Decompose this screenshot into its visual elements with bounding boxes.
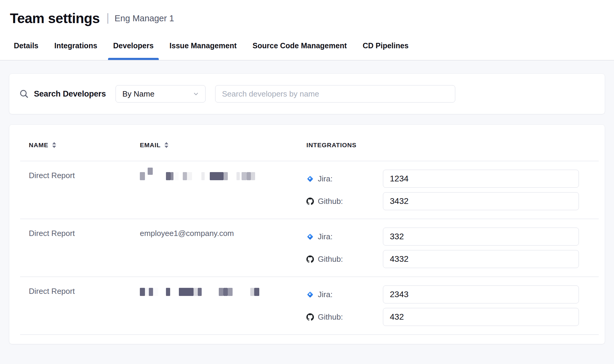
column-label-integrations: INTEGRATIONS xyxy=(306,142,357,149)
jira-label-group: Jira: xyxy=(306,174,383,183)
jira-label: Jira: xyxy=(318,174,333,183)
jira-icon xyxy=(306,291,314,298)
developer-email xyxy=(140,170,306,210)
github-integration-row: Github: xyxy=(306,308,605,326)
developer-name: Direct Report xyxy=(29,170,140,210)
jira-label: Jira: xyxy=(318,290,333,299)
table-row: Direct Report employee1@company.com Jira… xyxy=(9,219,605,276)
column-header-email: EMAIL xyxy=(140,142,306,149)
sort-arrows-icon xyxy=(52,142,56,148)
redacted-email xyxy=(140,287,306,297)
chevron-down-icon xyxy=(193,91,199,97)
tab-developers[interactable]: Developers xyxy=(113,31,154,60)
jira-id-input[interactable] xyxy=(383,170,579,188)
title-row: Team settings | Eng Manager 1 xyxy=(0,0,614,31)
integrations-cell: Jira: Github: xyxy=(306,285,605,326)
team-name: Eng Manager 1 xyxy=(115,13,174,23)
redacted-email xyxy=(140,171,306,181)
developers-table: NAME EMAIL INTEGRATIONS xyxy=(9,124,605,344)
search-label: Search Developers xyxy=(34,89,106,99)
jira-id-input[interactable] xyxy=(383,285,579,303)
table-bottom-divider xyxy=(20,334,599,335)
search-icon xyxy=(19,89,29,99)
sort-name-button[interactable] xyxy=(52,142,56,148)
developer-name: Direct Report xyxy=(29,285,140,326)
tab-integrations[interactable]: Integrations xyxy=(54,31,97,60)
developer-email xyxy=(140,285,306,326)
github-label-group: Github: xyxy=(306,255,383,264)
github-id-input[interactable] xyxy=(383,192,579,210)
column-header-name: NAME xyxy=(29,142,140,149)
tab-bar: Details Integrations Developers Issue Ma… xyxy=(0,31,614,60)
tab-cd-pipelines[interactable]: CD Pipelines xyxy=(363,31,409,60)
column-label-name: NAME xyxy=(29,142,48,149)
title-separator: | xyxy=(106,11,109,24)
jira-integration-row: Jira: xyxy=(306,170,605,188)
github-icon xyxy=(306,198,314,205)
table-row: Direct Report Jira: xyxy=(9,161,605,219)
jira-label: Jira: xyxy=(318,232,333,241)
github-integration-row: Github: xyxy=(306,192,605,210)
github-label-group: Github: xyxy=(306,312,383,322)
integrations-cell: Jira: Github: xyxy=(306,228,605,268)
jira-integration-row: Jira: xyxy=(306,228,605,246)
developer-email: employee1@company.com xyxy=(140,228,306,268)
jira-id-input[interactable] xyxy=(383,228,579,246)
jira-label-group: Jira: xyxy=(306,232,383,241)
github-icon xyxy=(306,255,314,263)
github-integration-row: Github: xyxy=(306,250,605,268)
jira-icon xyxy=(306,233,314,240)
column-label-email: EMAIL xyxy=(140,142,161,149)
header: Team settings | Eng Manager 1 Details In… xyxy=(0,0,614,61)
jira-label-group: Jira: xyxy=(306,290,383,299)
search-type-select[interactable]: By Name xyxy=(116,85,206,103)
page-title: Team settings xyxy=(10,10,100,26)
github-label-group: Github: xyxy=(306,197,383,206)
github-id-input[interactable] xyxy=(383,308,579,326)
main-content: Search Developers By Name NAME xyxy=(0,61,614,344)
github-icon xyxy=(306,313,314,321)
sort-arrows-icon xyxy=(164,142,169,148)
column-header-integrations: INTEGRATIONS xyxy=(306,142,605,149)
search-type-value: By Name xyxy=(122,89,155,99)
tab-source-code-management[interactable]: Source Code Management xyxy=(253,31,347,60)
developer-name: Direct Report xyxy=(29,228,140,268)
github-label: Github: xyxy=(318,312,343,322)
github-id-input[interactable] xyxy=(383,250,579,268)
table-row: Direct Report Jira: xyxy=(9,277,605,334)
tab-issue-management[interactable]: Issue Management xyxy=(170,31,237,60)
search-card: Search Developers By Name xyxy=(9,73,605,114)
github-label: Github: xyxy=(318,197,343,206)
search-input[interactable] xyxy=(215,85,455,103)
tab-details[interactable]: Details xyxy=(14,31,38,60)
integrations-cell: Jira: Github: xyxy=(306,170,605,210)
github-label: Github: xyxy=(318,255,343,264)
jira-icon xyxy=(306,175,314,183)
sort-email-button[interactable] xyxy=(164,142,169,148)
table-header-row: NAME EMAIL INTEGRATIONS xyxy=(9,125,605,161)
jira-integration-row: Jira: xyxy=(306,285,605,303)
